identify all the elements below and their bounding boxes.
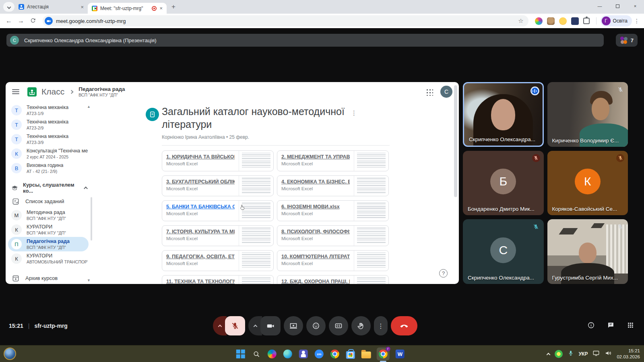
- attachment-title[interactable]: 10. КОМП'ЮТЕРНА ЛІТЕРАТУ...: [281, 254, 350, 259]
- extension-icon[interactable]: [535, 17, 543, 25]
- attachment-card[interactable]: 8. ПСИХОЛОГІЯ, ФІЛОСОФІЯ...Microsoft Exc…: [277, 225, 389, 246]
- forward-button[interactable]: →: [15, 15, 27, 27]
- edge-icon[interactable]: [283, 349, 293, 359]
- content-scrollbar[interactable]: [454, 85, 457, 197]
- volume-icon[interactable]: [605, 350, 612, 358]
- antivirus-icon[interactable]: [555, 350, 563, 358]
- sidebar-item-course[interactable]: М Методична радаВСП "АФК НТУ "ДП": [6, 208, 93, 222]
- zoom-icon[interactable]: zm: [314, 349, 324, 359]
- scroll-up-icon[interactable]: ▲: [87, 105, 91, 109]
- attachment-title[interactable]: 6. ІНОЗЕМНІ МОВИ.xlsx: [281, 204, 350, 210]
- network-icon[interactable]: [592, 350, 600, 358]
- taskbar-clock[interactable]: 15:21 02.03.2026: [617, 348, 640, 360]
- participant-tile[interactable]: Гурустримба Сергій Мих...: [547, 219, 628, 284]
- scroll-down-icon[interactable]: ▼: [87, 278, 91, 282]
- captions-button[interactable]: [329, 316, 348, 335]
- sidebar-item-course[interactable]: В Виховна годинаАТ - 42 (21- 2/9): [6, 161, 93, 175]
- back-button[interactable]: ←: [3, 15, 14, 27]
- attachment-card[interactable]: 2. МЕНЕДЖМЕНТ ТА УПРАВЛ...Microsoft Exce…: [277, 150, 389, 171]
- meeting-details-button[interactable]: [587, 321, 595, 331]
- attachment-title[interactable]: 4. ЕКОНОМІКА ТА БІЗНЕС. Е...: [281, 179, 350, 185]
- attachment-title[interactable]: 2. МЕНЕДЖМЕНТ ТА УПРАВЛ...: [281, 154, 350, 160]
- maximize-button[interactable]: [609, 0, 626, 12]
- desktop-emblem-icon[interactable]: [4, 348, 16, 360]
- search-button[interactable]: [251, 349, 262, 359]
- widgets-button[interactable]: [267, 349, 277, 359]
- extension-icon[interactable]: [547, 17, 555, 25]
- browser-menu-button[interactable]: ⋮: [633, 18, 641, 24]
- teams-icon[interactable]: [298, 349, 309, 359]
- sidebar-scrollbar[interactable]: [91, 197, 92, 241]
- attachment-card-hovered[interactable]: 5. БАНКИ ТА БАНКІВСЬКА С...Microsoft Exc…: [162, 200, 274, 221]
- help-button[interactable]: ?: [439, 269, 448, 278]
- attachment-card[interactable]: 7. ІСТОРІЯ, КУЛЬТУРА ТА МИ...Microsoft E…: [162, 225, 274, 246]
- sidebar-item-course[interactable]: Т Технічна механікаАТ23-2/9: [6, 117, 93, 132]
- extension-icon[interactable]: [571, 17, 579, 25]
- menu-hamburger-icon[interactable]: [12, 89, 19, 94]
- attachment-card[interactable]: 4. ЕКОНОМІКА ТА БІЗНЕС. Е...Microsoft Ex…: [277, 175, 389, 196]
- participant-tile[interactable]: Кириченко Володимир Є...: [547, 82, 628, 147]
- file-explorer-icon[interactable]: [361, 349, 372, 359]
- sidebar-item-course[interactable]: К КУРАТОРИВСП "АФК НТУ "ДП": [6, 222, 93, 237]
- refresh-button[interactable]: [27, 15, 39, 27]
- mic-muted-button[interactable]: [225, 316, 245, 335]
- close-tab-icon[interactable]: ×: [159, 5, 163, 11]
- attachment-card[interactable]: 11. ТЕХНІКА ТА ТЕХНОЛОГІЧ...Microsoft Ex…: [162, 275, 274, 284]
- camera-button[interactable]: [260, 316, 281, 335]
- account-avatar[interactable]: C: [440, 86, 452, 98]
- participant-tile[interactable]: Б Бондаренко Дмитро Мик...: [463, 151, 544, 216]
- attachment-title[interactable]: 7. ІСТОРІЯ, КУЛЬТУРА ТА МИ...: [166, 229, 235, 234]
- participant-tile-speaking[interactable]: Скрипченко Олександра...: [463, 82, 544, 147]
- tab-atestaciya[interactable]: Атестація ×: [14, 0, 88, 14]
- camera-options-chevron[interactable]: [248, 316, 262, 335]
- attachment-title[interactable]: 9. ПЕДАГОГІКА, ОСВІТА, ЕТИ...: [166, 254, 235, 259]
- attachment-title[interactable]: 12. БЖД, ОХОРОНА ПРАЦІ. Е...: [281, 279, 350, 284]
- chat-button[interactable]: [607, 321, 615, 331]
- google-apps-icon[interactable]: [425, 88, 433, 96]
- attachment-title[interactable]: 11. ТЕХНІКА ТА ТЕХНОЛОГІЧ...: [166, 279, 235, 284]
- minimize-button[interactable]: —: [591, 0, 609, 12]
- classroom-app-name[interactable]: Класс: [41, 87, 64, 97]
- store-icon[interactable]: [345, 349, 356, 359]
- attachment-card[interactable]: 1. ЮРИДИЧНА ТА ВІЙСЬКОВ...Microsoft Exce…: [162, 150, 274, 171]
- attachment-title[interactable]: 3. БУХГАЛТЕРСЬКИЙ ОБЛІК ...: [166, 179, 235, 185]
- extensions-puzzle-icon[interactable]: [583, 18, 590, 24]
- word-icon[interactable]: W: [395, 349, 405, 359]
- browser-profile-button[interactable]: Г Освіта: [601, 15, 632, 27]
- attachment-title[interactable]: 8. ПСИХОЛОГІЯ, ФІЛОСОФІЯ...: [281, 229, 350, 234]
- hidden-icons-chevron[interactable]: [546, 352, 550, 356]
- reactions-button[interactable]: [306, 316, 326, 335]
- sidebar-item-course[interactable]: Т Технічна механікаАТ23-1/9: [6, 103, 93, 117]
- attachment-card[interactable]: 12. БЖД, ОХОРОНА ПРАЦІ. Е...Microsoft Ex…: [277, 275, 389, 284]
- attachment-title[interactable]: 1. ЮРИДИЧНА ТА ВІЙСЬКОВ...: [166, 154, 235, 160]
- sidebar-item-course[interactable]: К Консультація "Технічна мех...2 курс АТ…: [6, 146, 93, 161]
- sidebar-item-course-selected[interactable]: П Педагогічна радаВСП "АФК НТУ "ДП": [8, 237, 89, 251]
- more-options-button[interactable]: ⋮: [374, 316, 388, 335]
- sidebar-item-course[interactable]: К КУРАТОРИАВТОМОБІЛЬНИЙ ТРАНСПОРТ: [6, 251, 93, 266]
- breadcrumb-course[interactable]: Педагогічна рада ВСП "АФК НТУ "ДП": [78, 86, 125, 97]
- chrome-icon[interactable]: [330, 349, 340, 359]
- participants-count-button[interactable]: 7: [616, 34, 638, 47]
- extension-icon[interactable]: [559, 17, 567, 25]
- address-bar[interactable]: meet.google.com/sfr-uztp-mrg ☆: [43, 15, 528, 27]
- end-call-button[interactable]: [391, 316, 417, 335]
- sidebar-item-todo[interactable]: Список заданий: [6, 195, 93, 208]
- attachment-card[interactable]: 10. КОМП'ЮТЕРНА ЛІТЕРАТУ...Microsoft Exc…: [277, 250, 389, 271]
- mic-options-chevron[interactable]: [213, 316, 227, 335]
- present-screen-button[interactable]: [284, 316, 303, 335]
- tab-meet-active[interactable]: Meet: "sfr-uztp-mrg" ×: [88, 3, 167, 14]
- sidebar-section-enrolled[interactable]: Курсы, слушателем ко...: [6, 181, 93, 195]
- url-text[interactable]: meet.google.com/sfr-uztp-mrg: [56, 18, 515, 24]
- post-menu-button[interactable]: ⋮: [351, 109, 357, 131]
- attachment-card[interactable]: 6. ІНОЗЕМНІ МОВИ.xlsxMicrosoft Excel: [277, 200, 389, 221]
- participant-tile[interactable]: К Коряков-Савойський Се...: [547, 151, 628, 216]
- raise-hand-button[interactable]: [351, 316, 371, 335]
- sidebar-item-course[interactable]: Т Технічна механікаАТ23-3/9: [6, 132, 93, 146]
- close-window-button[interactable]: ×: [626, 0, 644, 12]
- activities-button[interactable]: [627, 321, 634, 331]
- mic-tray-icon[interactable]: [568, 350, 574, 358]
- attachment-card[interactable]: 3. БУХГАЛТЕРСЬКИЙ ОБЛІК ...Microsoft Exc…: [162, 175, 274, 196]
- chrome-active-icon[interactable]: Г: [377, 348, 390, 360]
- close-tab-icon[interactable]: ×: [80, 4, 84, 10]
- tab-search-button[interactable]: [3, 2, 14, 12]
